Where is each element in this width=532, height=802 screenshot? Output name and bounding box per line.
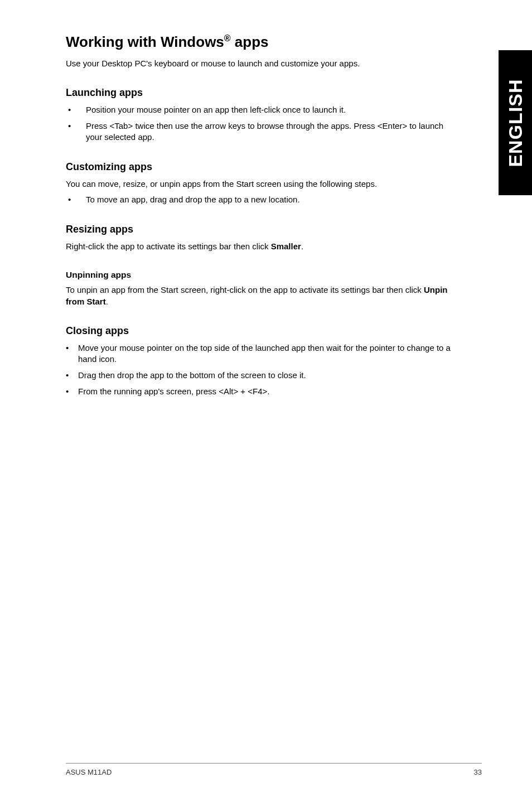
resizing-post: .	[301, 241, 303, 251]
section-closing: Closing apps Move your mouse pointer on …	[66, 325, 461, 398]
list-item: Press <Tab> twice then use the arrow key…	[66, 120, 461, 143]
section-resizing: Resizing apps Right-click the app to act…	[66, 224, 461, 252]
unpinning-desc: To unpin an app from the Start screen, r…	[66, 284, 461, 307]
page-title: Working with Windows® apps	[66, 33, 482, 51]
closing-list: Move your mouse pointer on the top side …	[66, 342, 461, 398]
customizing-list: To move an app, drag and drop the app to…	[66, 194, 461, 206]
intro-text: Use your Desktop PC's keyboard or mouse …	[66, 59, 482, 68]
title-post: apps	[231, 33, 269, 50]
heading-closing: Closing apps	[66, 325, 461, 337]
list-item: Drag then drop the app to the bottom of …	[66, 370, 461, 381]
resizing-bold: Smaller	[271, 241, 301, 251]
page: ENGLISH Working with Windows® apps Use y…	[0, 0, 532, 802]
launching-list: Position your mouse pointer on an app th…	[66, 104, 461, 143]
title-pre: Working with Windows	[66, 33, 224, 50]
resizing-desc: Right-click the app to activate its sett…	[66, 241, 461, 252]
heading-unpinning: Unpinning apps	[66, 270, 461, 280]
section-customizing: Customizing apps You can move, resize, o…	[66, 161, 461, 206]
heading-customizing: Customizing apps	[66, 161, 461, 173]
footer-product: ASUS M11AD	[66, 768, 112, 776]
list-item: To move an app, drag and drop the app to…	[66, 194, 461, 206]
footer-page-number: 33	[474, 768, 482, 776]
page-footer: ASUS M11AD 33	[66, 763, 482, 776]
resizing-pre: Right-click the app to activate its sett…	[66, 241, 271, 251]
customizing-desc: You can move, resize, or unpin apps from…	[66, 178, 461, 190]
side-language-tab: ENGLISH	[499, 50, 532, 195]
heading-resizing: Resizing apps	[66, 224, 461, 235]
heading-launching: Launching apps	[66, 87, 461, 99]
unpinning-post: .	[106, 297, 108, 306]
section-launching: Launching apps Position your mouse point…	[66, 87, 461, 143]
side-language-text: ENGLISH	[505, 79, 526, 167]
registered-mark: ®	[224, 33, 231, 43]
list-item: Position your mouse pointer on an app th…	[66, 104, 461, 116]
section-unpinning: Unpinning apps To unpin an app from the …	[66, 270, 461, 307]
list-item: From the running app's screen, press <Al…	[66, 386, 461, 398]
unpinning-pre: To unpin an app from the Start screen, r…	[66, 285, 424, 294]
list-item: Move your mouse pointer on the top side …	[66, 342, 461, 365]
